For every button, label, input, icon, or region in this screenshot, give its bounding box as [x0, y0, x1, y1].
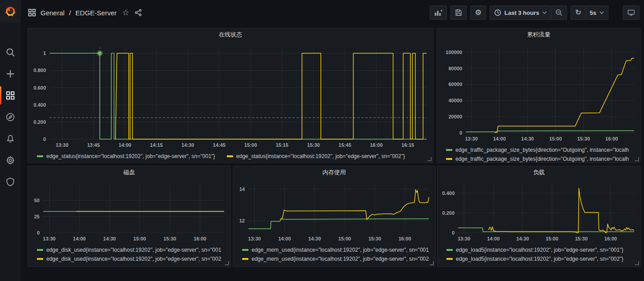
- x-axis-tick-label: 15:00: [338, 236, 351, 241]
- series-load5-sn002: [488, 188, 634, 233]
- x-axis-tick-label: 14:45: [213, 142, 225, 148]
- sidebar-item-alerting[interactable]: [0, 128, 21, 150]
- sidebar-item-server-admin[interactable]: [0, 171, 21, 193]
- legend-swatch[interactable]: [37, 249, 43, 251]
- legend-item[interactable]: edge_status{instance="localhost:19202", …: [37, 152, 215, 161]
- breadcrumb-dashboard-title[interactable]: EDGE-Server: [76, 9, 117, 17]
- legend-swatch[interactable]: [242, 249, 248, 251]
- panel-title[interactable]: 累积流量: [437, 28, 640, 41]
- legend-item[interactable]: edge_load5{instance="localhost:19202", j…: [446, 254, 637, 263]
- cumulative-traffic-chart[interactable]: 13:3014:0014:3015:0015:3016:000200004000…: [437, 41, 640, 145]
- x-axis-tick-label: 14:30: [103, 236, 116, 241]
- legend-swatch[interactable]: [446, 158, 452, 160]
- legend-series-label: edge_traffic_package_size_bytes{directio…: [455, 147, 629, 153]
- breadcrumb-folder[interactable]: General: [41, 9, 64, 17]
- panel-resize-handle[interactable]: [635, 157, 639, 161]
- series-edge_status-sn001: [50, 53, 427, 139]
- share-dashboard-button[interactable]: [135, 9, 142, 16]
- x-axis-tick-label: 14:00: [119, 142, 131, 148]
- add-panel-button[interactable]: [430, 5, 447, 20]
- grafana-logo[interactable]: [0, 0, 21, 23]
- panel-title[interactable]: 磁盘: [28, 166, 230, 179]
- y-axis-tick-label: 25: [34, 214, 40, 219]
- x-axis-tick-label: 16:00: [604, 236, 617, 241]
- y-axis-tick-label: 0.200: [33, 119, 46, 125]
- zoom-out-icon: [555, 9, 563, 16]
- legend-swatch[interactable]: [242, 258, 248, 260]
- zoom-out-time-button[interactable]: [551, 5, 567, 20]
- time-range-picker[interactable]: Last 3 hours: [490, 5, 551, 20]
- legend-item[interactable]: edge_traffic_package_size_bytes{directio…: [446, 145, 637, 154]
- legend-swatch[interactable]: [227, 155, 233, 157]
- load-chart[interactable]: 13:3014:0014:3015:0015:3016:0000.2000.40…: [437, 179, 640, 245]
- legend-item[interactable]: edge_traffic_package_size_bytes{directio…: [446, 154, 637, 163]
- panel-load: 负载 13:3014:0014:3015:0015:3016:0000.2000…: [437, 166, 641, 267]
- legend-swatch[interactable]: [37, 155, 43, 157]
- legend-item[interactable]: edge_disk_used{instance="localhost:19202…: [37, 254, 227, 263]
- legend-swatch[interactable]: [446, 149, 452, 151]
- search-icon: [6, 48, 15, 57]
- legend-series-label: edge_status{instance="localhost:19202", …: [236, 153, 405, 159]
- grafana-app: General / EDGE-Server ☆: [0, 0, 644, 281]
- x-axis-tick-label: 14:30: [308, 236, 321, 241]
- refresh-dashboard-button[interactable]: ↻: [571, 5, 585, 20]
- legend-series-label: edge_mem_used{instance="localhost:19202"…: [252, 256, 429, 262]
- legend-item[interactable]: edge_mem_used{instance="localhost:19202"…: [242, 245, 432, 254]
- x-axis-tick-label: 16:00: [605, 136, 618, 141]
- y-axis-tick-label: 14: [239, 186, 245, 192]
- x-axis-tick-label: 13:30: [458, 236, 470, 241]
- y-axis-tick-label: 60000: [448, 82, 462, 87]
- series-traffic-sn001: [466, 131, 634, 132]
- legend-series-label: edge_disk_used{instance="localhost:19202…: [46, 247, 221, 253]
- sidebar-item-explore[interactable]: [0, 106, 21, 128]
- star-dashboard-button[interactable]: ☆: [122, 9, 129, 17]
- x-axis-tick-label: 13:30: [248, 236, 261, 241]
- top-nav: General / EDGE-Server ☆: [21, 0, 644, 25]
- chevron-down-icon: [599, 11, 604, 14]
- save-dashboard-button[interactable]: [450, 5, 467, 20]
- x-axis-tick-label: 15:30: [307, 142, 320, 148]
- panel-resize-handle[interactable]: [430, 261, 434, 265]
- panel-online-status: 在线状态 13:3013:4514:0014:1514:3014:4515:00…: [27, 28, 433, 163]
- y-axis-tick-label: 20000: [448, 114, 462, 119]
- legend-swatch[interactable]: [37, 258, 43, 260]
- x-axis-tick-label: 16:00: [398, 236, 411, 241]
- series-mem-sn001: [248, 219, 429, 229]
- plus-icon: [6, 69, 15, 78]
- breadcrumb-separator: /: [69, 9, 71, 17]
- legend-swatch[interactable]: [446, 249, 453, 251]
- panel-resize-handle[interactable]: [635, 261, 639, 265]
- x-axis-tick-label: 14:00: [73, 236, 86, 241]
- sidebar-item-create[interactable]: [0, 63, 21, 85]
- refresh-interval-picker[interactable]: 5s: [586, 5, 608, 20]
- panel-resize-handle[interactable]: [428, 157, 432, 161]
- legend-item[interactable]: edge_load5{instance="localhost:19202", j…: [446, 245, 637, 254]
- panel-title[interactable]: 在线状态: [28, 28, 433, 41]
- legend-item[interactable]: edge_disk_used{instance="localhost:19202…: [37, 245, 227, 254]
- kiosk-mode-button[interactable]: [623, 5, 639, 20]
- legend-swatch[interactable]: [446, 258, 453, 260]
- sidebar-item-dashboards[interactable]: [0, 85, 21, 106]
- panel-resize-handle[interactable]: [225, 261, 229, 265]
- y-axis-tick-label: 12: [239, 218, 245, 223]
- y-axis-tick-label: 0: [43, 136, 46, 142]
- sidebar-item-configuration[interactable]: [0, 150, 21, 171]
- bell-icon: [6, 134, 15, 143]
- panel-title[interactable]: 内存使用: [233, 166, 435, 179]
- add-panel-icon: [434, 9, 442, 16]
- x-axis-tick-label: 13:30: [465, 136, 477, 141]
- sidebar-item-search[interactable]: [0, 41, 21, 63]
- legend-item[interactable]: edge_mem_used{instance="localhost:19202"…: [242, 254, 432, 263]
- disk-chart[interactable]: 13:3014:0014:3015:0015:3016:0002550: [28, 179, 230, 245]
- y-axis-tick-label: 0.800: [33, 68, 46, 73]
- memory-usage-chart[interactable]: 13:3014:0014:3015:0015:3016:001214: [233, 179, 435, 245]
- star-icon: ☆: [122, 9, 129, 17]
- refresh-interval-label: 5s: [590, 9, 596, 16]
- online-status-chart[interactable]: 13:3013:4514:0014:1514:3014:4515:0015:15…: [28, 41, 433, 151]
- series-load5-sn001: [458, 228, 634, 231]
- panel-title[interactable]: 负载: [437, 166, 640, 179]
- legend-item[interactable]: edge_status{instance="localhost:19202", …: [227, 152, 405, 161]
- legend-series-label: edge_traffic_package_size_bytes{directio…: [455, 156, 629, 162]
- x-axis-tick-label: 14:30: [516, 236, 529, 241]
- dashboard-settings-button[interactable]: ⚙: [470, 5, 486, 20]
